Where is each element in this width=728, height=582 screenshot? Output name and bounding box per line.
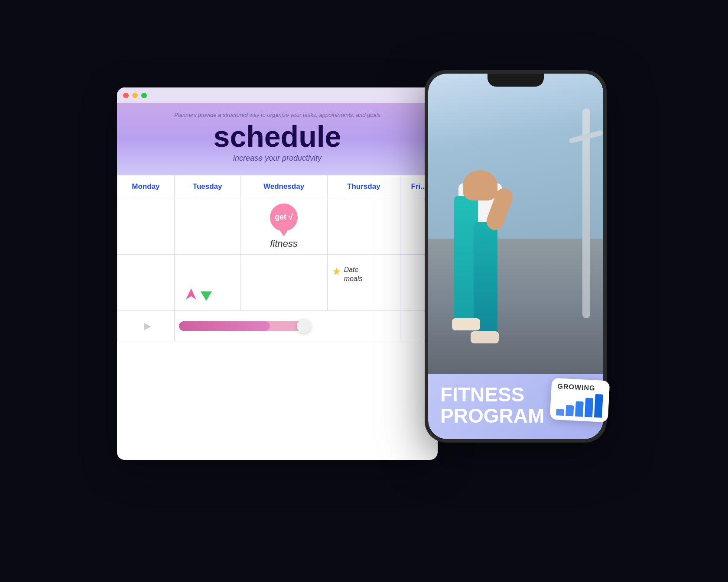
cell-mon-1: DESIGN xyxy=(117,198,175,255)
fitness-line2: PROGRAM xyxy=(440,404,544,427)
close-button[interactable] xyxy=(123,93,129,98)
shoe-left xyxy=(452,318,480,330)
fitness-text: fitness xyxy=(245,238,322,249)
cell-mon-3: ▶ xyxy=(117,311,175,341)
growing-badge: GROWING xyxy=(550,378,610,423)
cell-thu-2: ★ Date meals xyxy=(327,255,400,311)
header-tagline: increase your productivity xyxy=(134,154,420,163)
cell-tue-2 xyxy=(174,255,240,311)
col-wednesday: Wednesday xyxy=(240,175,327,198)
bar-1 xyxy=(556,409,564,416)
cell-scrollbar xyxy=(174,311,400,341)
maximize-button[interactable] xyxy=(141,93,147,98)
bar-4 xyxy=(585,398,593,417)
desktop-window: Planners provide a structured way to org… xyxy=(117,87,438,460)
cell-tue-1 xyxy=(174,198,240,255)
play-button[interactable]: ▶ xyxy=(122,320,170,332)
col-thursday: Thursday xyxy=(327,175,400,198)
get-bubble: get √ xyxy=(270,204,298,231)
calendar-row-design: DESIGN get √ fitness xyxy=(117,198,438,255)
calendar-table: Monday Tuesday Wednesday Thursday Fri...… xyxy=(117,175,438,341)
get-bubble-text: get √ xyxy=(275,213,293,222)
svg-marker-1 xyxy=(201,291,212,301)
cursor-icon xyxy=(183,287,199,304)
progress-thumb[interactable] xyxy=(297,319,311,333)
progress-fill xyxy=(179,321,270,331)
chart-bars xyxy=(556,394,603,417)
phone-notch xyxy=(488,74,544,87)
date-meals-text: Date meals xyxy=(344,265,363,284)
growing-label: GROWING xyxy=(557,382,604,393)
cell-mon-2: PROJECT xyxy=(117,255,175,311)
window-header: Planners provide a structured way to org… xyxy=(117,103,438,175)
header-title: schedule xyxy=(134,122,420,151)
svg-marker-0 xyxy=(186,288,196,300)
col-monday: Monday xyxy=(117,175,175,198)
shoe-right xyxy=(471,331,499,343)
window-titlebar xyxy=(117,87,438,103)
bar-5 xyxy=(594,394,603,418)
down-arrow-icon xyxy=(199,289,214,305)
calendar-header-row: Monday Tuesday Wednesday Thursday Fri... xyxy=(117,175,438,198)
calendar-wrapper: Monday Tuesday Wednesday Thursday Fri...… xyxy=(117,175,438,341)
right-leg xyxy=(474,222,497,335)
bar-2 xyxy=(566,405,574,416)
calendar-row-project: PROJECT xyxy=(117,255,438,311)
star-icon: ★ xyxy=(332,265,341,278)
cell-wed-1: get √ fitness xyxy=(240,198,327,255)
fitness-line1: FITNESS xyxy=(440,383,524,406)
phone-photo xyxy=(428,74,603,374)
progress-bar[interactable] xyxy=(179,321,309,331)
header-subtitle: Planners provide a structured way to org… xyxy=(134,112,420,118)
date-meals-cell: ★ Date meals xyxy=(332,259,396,284)
cell-thu-1 xyxy=(327,198,400,255)
skin-torso xyxy=(463,170,497,200)
bar-3 xyxy=(575,401,584,417)
cell-wed-2 xyxy=(240,255,327,311)
col-tuesday: Tuesday xyxy=(174,175,240,198)
calendar-row-scrollbar: ▶ xyxy=(117,311,438,341)
scene: Planners provide a structured way to org… xyxy=(104,53,624,529)
minimize-button[interactable] xyxy=(132,93,138,98)
runner-body xyxy=(450,166,510,348)
